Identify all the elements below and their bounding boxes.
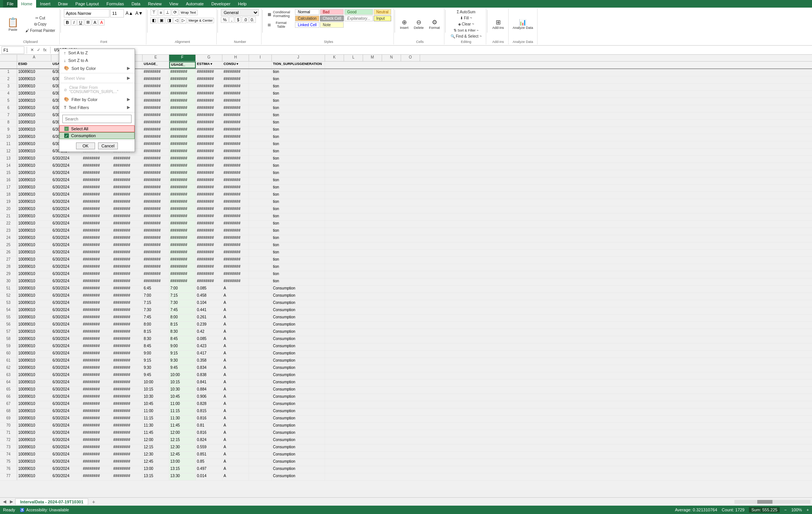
cell-i[interactable] <box>249 214 272 220</box>
style-check-cell[interactable]: Check Cell <box>320 16 344 21</box>
cell-a[interactable]: 10089010 <box>17 322 51 329</box>
cell-h[interactable]: ######## <box>222 257 249 264</box>
cell-i[interactable] <box>249 120 272 127</box>
cell-g[interactable]: ######## <box>196 235 222 242</box>
cell-c[interactable]: ######## <box>82 286 112 293</box>
cell-b[interactable]: 6/30/2024 <box>51 206 82 213</box>
tab-data[interactable]: Data <box>128 0 144 8</box>
cell-e[interactable]: 13:00 <box>143 466 169 473</box>
cell-f[interactable]: ######## <box>169 214 196 220</box>
cell-g[interactable]: ######## <box>196 84 222 90</box>
cell-d[interactable]: ######## <box>112 473 143 480</box>
cell-d[interactable]: ######## <box>112 235 143 242</box>
cell-g[interactable]: 0.104 <box>196 300 222 307</box>
cell-e[interactable]: ######## <box>143 206 169 213</box>
cell-d[interactable]: ######## <box>112 372 143 379</box>
cell-e[interactable]: 8:00 <box>143 322 169 329</box>
cell-d[interactable]: ######## <box>112 221 143 228</box>
cell-d[interactable]: ######## <box>112 408 143 415</box>
cell-d[interactable]: ######## <box>112 257 143 264</box>
indent-increase-icon[interactable]: ▷ <box>180 17 186 24</box>
comma-icon[interactable]: , <box>229 17 234 23</box>
cell-c[interactable]: ######## <box>82 437 112 444</box>
cell-j[interactable]: Consumption <box>272 286 325 293</box>
cell-j[interactable]: Consumption <box>272 387 325 394</box>
cell-a[interactable]: 10089010 <box>17 149 51 155</box>
cell-i[interactable] <box>249 307 272 314</box>
cell-b[interactable]: 6/30/2024 <box>51 459 82 466</box>
cell-j[interactable]: tion <box>272 76 325 83</box>
cell-a[interactable]: 10089010 <box>17 329 51 336</box>
cell-h[interactable]: A <box>222 401 249 408</box>
increase-font-icon[interactable]: A▲ <box>125 11 134 16</box>
cell-d[interactable]: ######## <box>112 242 143 249</box>
tab-automate[interactable]: Automate <box>182 0 208 8</box>
cell-header-h[interactable]: CONSU▼ <box>222 62 249 68</box>
cell-b[interactable]: 6/30/2024 <box>51 466 82 473</box>
cell-i[interactable] <box>249 235 272 242</box>
cell-i[interactable] <box>249 206 272 213</box>
cell-f[interactable]: ######## <box>169 257 196 264</box>
cell-e[interactable]: ######## <box>143 214 169 220</box>
col-header-j[interactable]: J <box>272 55 325 61</box>
cell-j[interactable]: Consumption <box>272 437 325 444</box>
tab-formulas[interactable]: Formulas <box>103 0 128 8</box>
wrap-text-button[interactable]: Wrap Text <box>179 10 197 15</box>
cell-c[interactable]: ######## <box>82 452 112 459</box>
col-header-m[interactable]: M <box>363 55 382 61</box>
cell-g[interactable]: 0.358 <box>196 358 222 365</box>
cell-c[interactable]: ######## <box>82 192 112 199</box>
cell-b[interactable]: 6/30/2024 <box>51 358 82 365</box>
cell-b[interactable]: 6/30/2024 <box>51 156 82 163</box>
col-header-o[interactable]: O <box>401 55 420 61</box>
cell-c[interactable]: ######## <box>82 300 112 307</box>
tab-insert[interactable]: Insert <box>36 0 54 8</box>
cell-a[interactable]: 10089010 <box>17 351 51 357</box>
cell-e[interactable]: 7:00 <box>143 293 169 300</box>
cell-e[interactable]: ######## <box>143 192 169 199</box>
tab-file[interactable]: File <box>3 0 17 8</box>
cell-g[interactable]: 0.014 <box>196 473 222 480</box>
cell-e[interactable]: 6:45 <box>143 286 169 293</box>
col-header-h[interactable]: H <box>222 55 249 61</box>
cell-d[interactable]: ######## <box>112 459 143 466</box>
cell-e[interactable]: ######## <box>143 112 169 119</box>
cell-a[interactable]: 10089010 <box>17 221 51 228</box>
insert-button[interactable]: ⊕ Insert <box>398 17 411 31</box>
style-neutral[interactable]: Neutral <box>374 9 391 15</box>
cell-a[interactable]: 10089010 <box>17 394 51 401</box>
font-color-icon[interactable]: A <box>98 19 104 25</box>
cell-h[interactable]: ######## <box>222 192 249 199</box>
cell-b[interactable]: 6/30/2024 <box>51 351 82 357</box>
cell-j[interactable]: tion <box>272 69 325 76</box>
cell-i[interactable] <box>249 185 272 191</box>
cell-b[interactable]: 6/30/2024 <box>51 300 82 307</box>
cell-j[interactable]: tion <box>272 112 325 119</box>
cell-d[interactable]: ######## <box>112 170 143 177</box>
cell-g[interactable]: ######## <box>196 120 222 127</box>
cell-d[interactable]: ######## <box>112 271 143 278</box>
conditional-formatting-button[interactable]: ▦ Conditional Formatting <box>266 9 293 19</box>
sort-filter-button[interactable]: ⇅ Sort & Filter ~ <box>449 27 484 33</box>
cell-h[interactable]: A <box>222 444 249 451</box>
cell-j[interactable]: tion <box>272 206 325 213</box>
filter-search-input[interactable] <box>62 115 132 123</box>
cell-header-j[interactable]: TION_SURPLUSGENERATION <box>272 62 325 68</box>
cell-h[interactable]: ######## <box>222 105 249 112</box>
cell-c[interactable]: ######## <box>82 351 112 357</box>
cell-f[interactable]: ######## <box>169 228 196 235</box>
cell-e[interactable]: ######## <box>143 250 169 256</box>
cell-f[interactable]: 9:15 <box>169 351 196 357</box>
cell-h[interactable]: ######## <box>222 264 249 271</box>
cell-e[interactable]: 13:15 <box>143 473 169 480</box>
cell-c[interactable]: ######## <box>82 278 112 285</box>
cell-h[interactable]: ######## <box>222 156 249 163</box>
cell-g[interactable]: 0.81 <box>196 423 222 430</box>
cell-i[interactable] <box>249 156 272 163</box>
percent-icon[interactable]: % <box>221 17 228 23</box>
cell-h[interactable]: ######## <box>222 221 249 228</box>
cell-g[interactable]: ######## <box>196 149 222 155</box>
cell-i[interactable] <box>249 286 272 293</box>
horizontal-scrollbar[interactable] <box>734 500 810 504</box>
cell-a[interactable]: 10089010 <box>17 257 51 264</box>
